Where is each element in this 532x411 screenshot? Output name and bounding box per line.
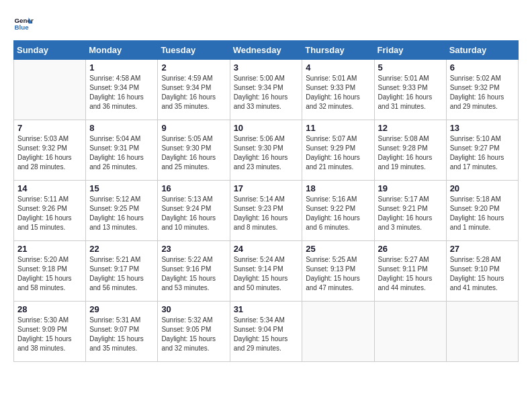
day-number: 10: [234, 123, 299, 133]
week-row-3: 14Sunrise: 5:11 AM Sunset: 9:26 PM Dayli…: [14, 181, 519, 241]
day-info: Sunrise: 5:14 AM Sunset: 9:23 PM Dayligh…: [234, 195, 299, 232]
weekday-saturday: Saturday: [446, 41, 518, 60]
day-info: Sunrise: 5:07 AM Sunset: 9:29 PM Dayligh…: [306, 134, 370, 172]
day-info: Sunrise: 5:06 AM Sunset: 9:30 PM Dayligh…: [234, 134, 299, 172]
day-number: 2: [161, 62, 226, 73]
day-info: Sunrise: 5:04 AM Sunset: 9:31 PM Dayligh…: [89, 134, 154, 172]
calendar-cell: 20Sunrise: 5:18 AM Sunset: 9:20 PM Dayli…: [446, 181, 518, 241]
day-info: Sunrise: 5:01 AM Sunset: 9:33 PM Dayligh…: [306, 74, 370, 111]
calendar-cell: 4Sunrise: 5:01 AM Sunset: 9:33 PM Daylig…: [302, 60, 374, 120]
calendar-table: SundayMondayTuesdayWednesdayThursdayFrid…: [13, 40, 519, 362]
calendar-cell: [446, 302, 518, 362]
calendar-cell: 13Sunrise: 5:10 AM Sunset: 9:27 PM Dayli…: [446, 120, 518, 181]
calendar-cell: 6Sunrise: 5:02 AM Sunset: 9:32 PM Daylig…: [446, 60, 518, 120]
day-info: Sunrise: 5:31 AM Sunset: 9:07 PM Dayligh…: [89, 316, 154, 353]
calendar-cell: 25Sunrise: 5:25 AM Sunset: 9:13 PM Dayli…: [302, 241, 374, 302]
weekday-header-row: SundayMondayTuesdayWednesdayThursdayFrid…: [14, 41, 519, 60]
day-info: Sunrise: 5:05 AM Sunset: 9:30 PM Dayligh…: [161, 134, 226, 172]
day-number: 21: [17, 244, 82, 254]
day-number: 26: [378, 244, 443, 254]
calendar-cell: [302, 302, 374, 362]
day-number: 1: [89, 62, 154, 73]
calendar-cell: 14Sunrise: 5:11 AM Sunset: 9:26 PM Dayli…: [14, 181, 86, 241]
day-number: 17: [234, 183, 299, 193]
calendar-cell: 24Sunrise: 5:24 AM Sunset: 9:14 PM Dayli…: [230, 241, 302, 302]
header: General Blue: [13, 13, 519, 34]
day-number: 30: [161, 304, 226, 314]
weekday-sunday: Sunday: [14, 41, 86, 60]
calendar-cell: 12Sunrise: 5:08 AM Sunset: 9:28 PM Dayli…: [374, 120, 446, 181]
day-info: Sunrise: 5:28 AM Sunset: 9:10 PM Dayligh…: [450, 255, 515, 293]
weekday-wednesday: Wednesday: [230, 41, 302, 60]
day-number: 8: [89, 123, 154, 133]
day-number: 27: [450, 244, 515, 254]
day-info: Sunrise: 5:34 AM Sunset: 9:04 PM Dayligh…: [234, 316, 299, 353]
calendar-cell: 1Sunrise: 4:58 AM Sunset: 9:34 PM Daylig…: [86, 60, 158, 120]
day-info: Sunrise: 5:08 AM Sunset: 9:28 PM Dayligh…: [378, 134, 443, 172]
day-number: 7: [17, 123, 82, 133]
calendar-cell: 8Sunrise: 5:04 AM Sunset: 9:31 PM Daylig…: [86, 120, 158, 181]
calendar-cell: 7Sunrise: 5:03 AM Sunset: 9:32 PM Daylig…: [14, 120, 86, 181]
day-info: Sunrise: 5:12 AM Sunset: 9:25 PM Dayligh…: [89, 195, 154, 232]
logo: General Blue: [13, 13, 34, 34]
calendar-cell: 30Sunrise: 5:32 AM Sunset: 9:05 PM Dayli…: [158, 302, 230, 362]
day-info: Sunrise: 5:01 AM Sunset: 9:33 PM Dayligh…: [378, 74, 443, 111]
day-number: 4: [306, 62, 370, 73]
calendar-cell: 26Sunrise: 5:27 AM Sunset: 9:11 PM Dayli…: [374, 241, 446, 302]
day-info: Sunrise: 5:30 AM Sunset: 9:09 PM Dayligh…: [17, 316, 82, 353]
day-number: 9: [161, 123, 226, 133]
day-info: Sunrise: 5:22 AM Sunset: 9:16 PM Dayligh…: [161, 255, 226, 293]
day-info: Sunrise: 4:58 AM Sunset: 9:34 PM Dayligh…: [89, 74, 154, 111]
logo-icon: General Blue: [13, 13, 34, 34]
day-info: Sunrise: 5:27 AM Sunset: 9:11 PM Dayligh…: [378, 255, 443, 293]
day-number: 5: [378, 62, 443, 73]
week-row-2: 7Sunrise: 5:03 AM Sunset: 9:32 PM Daylig…: [14, 120, 519, 181]
day-number: 24: [234, 244, 299, 254]
day-number: 13: [450, 123, 515, 133]
day-number: 20: [450, 183, 515, 193]
day-info: Sunrise: 5:17 AM Sunset: 9:21 PM Dayligh…: [378, 195, 443, 232]
day-info: Sunrise: 5:25 AM Sunset: 9:13 PM Dayligh…: [306, 255, 370, 293]
day-number: 28: [17, 304, 82, 314]
calendar-cell: 21Sunrise: 5:20 AM Sunset: 9:18 PM Dayli…: [14, 241, 86, 302]
day-info: Sunrise: 5:18 AM Sunset: 9:20 PM Dayligh…: [450, 195, 515, 232]
day-info: Sunrise: 5:21 AM Sunset: 9:17 PM Dayligh…: [89, 255, 154, 293]
weekday-friday: Friday: [374, 41, 446, 60]
day-number: 29: [89, 304, 154, 314]
calendar-cell: 9Sunrise: 5:05 AM Sunset: 9:30 PM Daylig…: [158, 120, 230, 181]
weekday-thursday: Thursday: [302, 41, 374, 60]
calendar-cell: 11Sunrise: 5:07 AM Sunset: 9:29 PM Dayli…: [302, 120, 374, 181]
calendar-cell: [14, 60, 86, 120]
day-number: 22: [89, 244, 154, 254]
day-number: 23: [161, 244, 226, 254]
day-number: 6: [450, 62, 515, 73]
day-number: 15: [89, 183, 154, 193]
svg-text:Blue: Blue: [15, 24, 30, 31]
calendar-cell: 31Sunrise: 5:34 AM Sunset: 9:04 PM Dayli…: [230, 302, 302, 362]
week-row-5: 28Sunrise: 5:30 AM Sunset: 9:09 PM Dayli…: [14, 302, 519, 362]
calendar-cell: 23Sunrise: 5:22 AM Sunset: 9:16 PM Dayli…: [158, 241, 230, 302]
calendar-cell: 15Sunrise: 5:12 AM Sunset: 9:25 PM Dayli…: [86, 181, 158, 241]
calendar-cell: 27Sunrise: 5:28 AM Sunset: 9:10 PM Dayli…: [446, 241, 518, 302]
day-number: 25: [306, 244, 370, 254]
calendar-cell: 2Sunrise: 4:59 AM Sunset: 9:34 PM Daylig…: [158, 60, 230, 120]
week-row-1: 1Sunrise: 4:58 AM Sunset: 9:34 PM Daylig…: [14, 60, 519, 120]
day-info: Sunrise: 5:11 AM Sunset: 9:26 PM Dayligh…: [17, 195, 82, 232]
day-info: Sunrise: 4:59 AM Sunset: 9:34 PM Dayligh…: [161, 74, 226, 111]
day-number: 12: [378, 123, 443, 133]
calendar-cell: 10Sunrise: 5:06 AM Sunset: 9:30 PM Dayli…: [230, 120, 302, 181]
day-info: Sunrise: 5:02 AM Sunset: 9:32 PM Dayligh…: [450, 74, 515, 111]
weekday-tuesday: Tuesday: [158, 41, 230, 60]
day-number: 18: [306, 183, 370, 193]
day-info: Sunrise: 5:13 AM Sunset: 9:24 PM Dayligh…: [161, 195, 226, 232]
day-number: 31: [234, 304, 299, 314]
week-row-4: 21Sunrise: 5:20 AM Sunset: 9:18 PM Dayli…: [14, 241, 519, 302]
weekday-monday: Monday: [86, 41, 158, 60]
calendar-cell: [374, 302, 446, 362]
day-info: Sunrise: 5:20 AM Sunset: 9:18 PM Dayligh…: [17, 255, 82, 293]
day-number: 3: [234, 62, 299, 73]
day-number: 16: [161, 183, 226, 193]
day-info: Sunrise: 5:16 AM Sunset: 9:22 PM Dayligh…: [306, 195, 370, 232]
day-info: Sunrise: 5:32 AM Sunset: 9:05 PM Dayligh…: [161, 316, 226, 353]
calendar-cell: 18Sunrise: 5:16 AM Sunset: 9:22 PM Dayli…: [302, 181, 374, 241]
